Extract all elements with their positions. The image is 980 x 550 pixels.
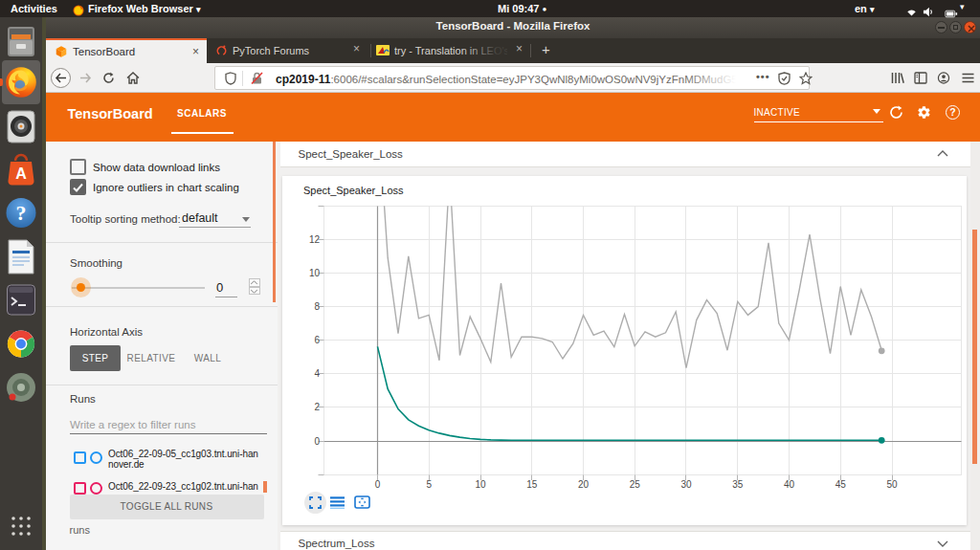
svg-text:50: 50 (886, 479, 898, 490)
svg-text:35: 35 (732, 479, 744, 490)
svg-text:10: 10 (475, 479, 486, 490)
svg-text:30: 30 (680, 479, 692, 490)
svg-text:?: ? (16, 201, 27, 225)
svg-text:0: 0 (374, 479, 380, 490)
svg-text:A: A (15, 165, 27, 182)
svg-text:5: 5 (426, 479, 432, 490)
svg-text:4: 4 (314, 368, 320, 379)
svg-text:12: 12 (308, 234, 320, 245)
svg-text:0: 0 (314, 436, 320, 447)
svg-text:45: 45 (835, 479, 846, 490)
svg-text:15: 15 (526, 479, 538, 490)
svg-text:2: 2 (314, 402, 320, 412)
svg-text:25: 25 (629, 479, 640, 490)
svg-text:40: 40 (783, 479, 794, 490)
svg-text:20: 20 (577, 479, 589, 490)
svg-text:8: 8 (314, 301, 320, 312)
svg-text:6: 6 (314, 335, 320, 345)
svg-text:10: 10 (308, 268, 320, 278)
